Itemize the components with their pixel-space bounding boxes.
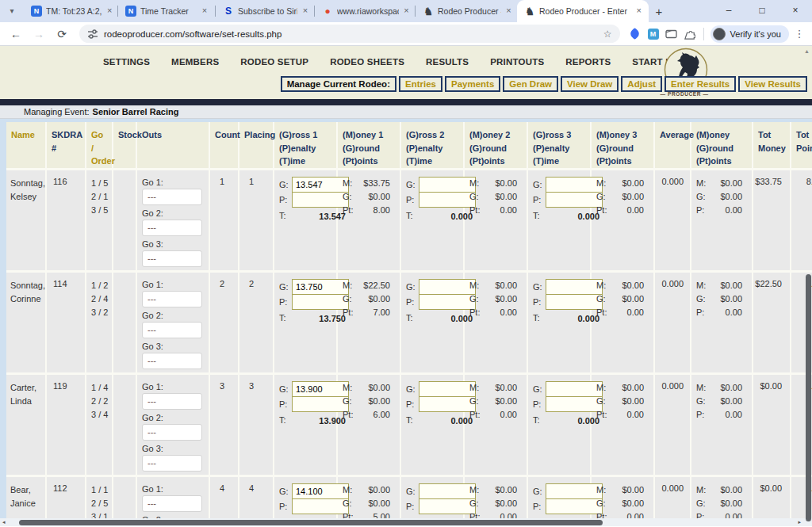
nav-rodeo-setup[interactable]: RODEO SETUP xyxy=(240,57,308,67)
entries-button[interactable]: Entries xyxy=(399,76,442,92)
go-1-select[interactable]: --- xyxy=(142,291,202,307)
nav-rodeo-sheets[interactable]: RODEO SHEETS xyxy=(330,57,404,67)
penalty-2-input[interactable] xyxy=(419,396,476,412)
tab-close-icon[interactable]: × xyxy=(301,6,309,17)
header-go-order[interactable]: Go / Order xyxy=(86,122,113,169)
new-tab-button[interactable]: + xyxy=(649,2,669,22)
go-2-label: Go 2: xyxy=(142,413,209,422)
minimize-button[interactable]: – xyxy=(712,0,745,22)
gross-2-input[interactable] xyxy=(419,381,476,397)
penalty-1-input[interactable] xyxy=(292,192,349,208)
go-3-select[interactable]: --- xyxy=(142,353,202,369)
penalty-2-input[interactable] xyxy=(419,192,476,208)
stock-cell xyxy=(113,271,136,373)
browser-tab-active[interactable]: ♞ Rodeo Producer - Enter Re × xyxy=(517,0,649,22)
tab-search-chevron-icon[interactable]: ▾ xyxy=(0,0,24,22)
penalty-3-input[interactable] xyxy=(546,294,603,310)
nav-results[interactable]: RESULTS xyxy=(426,57,469,67)
time-label: T: xyxy=(279,415,292,425)
blue-tag-extension-icon[interactable] xyxy=(628,27,642,41)
penalty-1-input[interactable] xyxy=(292,498,349,514)
gross-2-input[interactable] xyxy=(419,177,476,193)
browser-tab-3[interactable]: S Subscribe to SiriusXM × xyxy=(216,0,314,22)
vertical-scrollbar-thumb[interactable] xyxy=(806,274,811,521)
go-2-select[interactable]: --- xyxy=(142,322,202,338)
penalty-1-input[interactable] xyxy=(292,396,349,412)
gross-1-input[interactable] xyxy=(292,483,349,499)
nav-printouts[interactable]: PRINTOUTS xyxy=(490,57,544,67)
verify-its-you-button[interactable]: Verify it's you xyxy=(710,25,789,43)
extensions-puzzle-icon[interactable] xyxy=(683,27,697,41)
header-stock: Stock xyxy=(113,122,136,169)
gross-2-input[interactable] xyxy=(419,483,476,499)
go-1-select[interactable]: --- xyxy=(142,495,202,512)
adjust-button[interactable]: Adjust xyxy=(621,76,662,92)
scrollbar-left-arrow-icon[interactable]: ◂ xyxy=(2,518,6,526)
points-label: Pt: xyxy=(343,306,360,319)
scrollbar-right-arrow-icon[interactable]: ▸ xyxy=(798,518,801,526)
nav-settings[interactable]: SETTINGS xyxy=(103,57,150,67)
go-1-select[interactable]: --- xyxy=(142,393,202,410)
results-row: Sonntag, Corinne 114 1 / 2 2 / 4 3 / 2 G… xyxy=(6,271,812,373)
points-3-value: 0.00 xyxy=(614,408,644,422)
view-draw-button[interactable]: View Draw xyxy=(561,76,619,92)
wallet-icon[interactable] xyxy=(665,27,679,41)
tab-close-icon[interactable]: × xyxy=(199,6,210,17)
browser-tab-2[interactable]: N Time Tracker × xyxy=(118,0,215,22)
browser-menu-icon[interactable]: ⋮ xyxy=(793,28,806,40)
gross-3-input[interactable] xyxy=(546,177,603,193)
gross-1-input[interactable] xyxy=(292,177,349,193)
penalty-2-input[interactable] xyxy=(419,498,476,514)
gross-2-input[interactable] xyxy=(419,279,476,295)
reload-button[interactable]: ⟳ xyxy=(52,28,71,40)
back-button[interactable]: ← xyxy=(6,28,25,40)
bookmark-star-icon[interactable]: ☆ xyxy=(603,29,612,40)
money-1-value: $0.00 xyxy=(360,483,390,497)
go-1-select[interactable]: --- xyxy=(142,189,202,205)
m-extension-icon[interactable]: M xyxy=(646,27,661,41)
penalty-3-input[interactable] xyxy=(546,498,603,514)
ground-3-value: $0.00 xyxy=(614,292,644,306)
browser-tab-5[interactable]: ♞ Rodeo Producer - Advance × xyxy=(416,0,517,22)
tab-close-icon[interactable]: × xyxy=(106,6,113,17)
go-3-select[interactable]: --- xyxy=(142,455,202,472)
browser-tab-4[interactable]: ● www.riaworkspace.com: O × xyxy=(315,0,415,22)
go-3-select[interactable]: --- xyxy=(142,250,202,267)
address-bar[interactable]: rodeoproducer.com/software/set-results.p… xyxy=(79,25,620,43)
header-name[interactable]: Name xyxy=(6,122,46,169)
maximize-button[interactable]: □ xyxy=(745,0,779,22)
gross-3-input[interactable] xyxy=(546,381,603,397)
go-2-select[interactable]: --- xyxy=(142,220,202,236)
gen-draw-button[interactable]: Gen Draw xyxy=(503,76,558,92)
browser-tab-1[interactable]: N TM: Tot:23 A:2, B:9, C:9, D: × xyxy=(24,0,117,22)
gross-3-input[interactable] xyxy=(546,279,603,295)
tab-close-icon[interactable]: × xyxy=(505,6,512,17)
points-label: P: xyxy=(696,204,714,217)
money-label: M: xyxy=(469,279,487,292)
site-settings-tune-icon[interactable] xyxy=(87,29,98,40)
penalty-1-input[interactable] xyxy=(292,294,349,310)
scrollbar-up-arrow-icon[interactable]: ▲ xyxy=(804,48,810,54)
penalty-3-input[interactable] xyxy=(546,396,603,412)
gross-label: G: xyxy=(406,180,419,189)
window-close-button[interactable]: × xyxy=(779,0,812,22)
gross-1-input[interactable] xyxy=(292,279,349,295)
view-results-button[interactable]: View Results xyxy=(738,76,807,92)
go-2-select[interactable]: --- xyxy=(142,424,202,441)
header-money-2: (M)oney 2 (G)round (Pt)oints xyxy=(464,122,527,169)
browser-window: ▾ N TM: Tot:23 A:2, B:9, C:9, D: × N Tim… xyxy=(0,0,812,527)
nav-members[interactable]: MEMBERS xyxy=(171,57,219,67)
gross-3-input[interactable] xyxy=(546,483,603,499)
tab-close-icon[interactable]: × xyxy=(634,6,644,17)
enter-results-button[interactable]: Enter Results xyxy=(665,76,736,92)
gross-1-input[interactable] xyxy=(292,381,349,397)
payments-button[interactable]: Payments xyxy=(445,76,500,92)
horizontal-scrollbar-thumb[interactable] xyxy=(19,520,603,525)
penalty-2-input[interactable] xyxy=(419,294,476,310)
results-content: Name SKDRA # Go / Order Stock Outs Count… xyxy=(0,119,812,526)
penalty-3-input[interactable] xyxy=(546,192,603,208)
header-skdra-number: SKDRA # xyxy=(46,122,86,169)
nav-reports[interactable]: REPORTS xyxy=(565,57,611,67)
forward-button[interactable]: → xyxy=(29,28,48,40)
tab-close-icon[interactable]: × xyxy=(403,6,410,17)
